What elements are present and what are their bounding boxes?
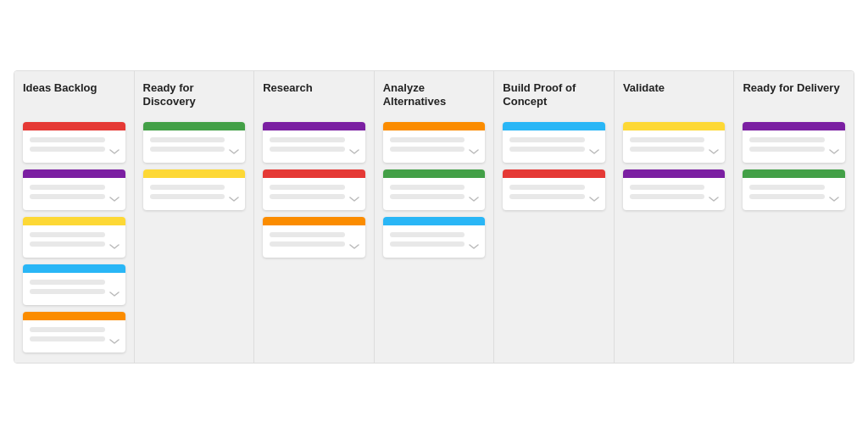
card[interactable] [623, 122, 726, 163]
expand-icon[interactable] [468, 146, 480, 158]
card[interactable] [23, 217, 125, 258]
card-line [390, 147, 465, 152]
card-line [30, 280, 105, 285]
card-line [509, 137, 585, 142]
cards-area-ideas-backlog [23, 122, 125, 353]
card-body [23, 225, 125, 258]
column-header-build-proof-of-concept: Build Proof of Concept [503, 81, 605, 112]
card-line [749, 194, 825, 199]
card[interactable] [23, 169, 125, 210]
column-ideas-backlog: Ideas Backlog [14, 71, 135, 363]
card-line [509, 185, 585, 190]
card[interactable] [383, 217, 486, 258]
expand-icon[interactable] [708, 146, 720, 158]
card-body [23, 130, 125, 163]
card-body [263, 178, 365, 210]
expand-icon[interactable] [348, 241, 360, 253]
card-color-bar [623, 169, 726, 178]
card-body [743, 130, 845, 163]
card-body [383, 225, 486, 258]
cards-area-research [263, 122, 365, 258]
card-line [270, 232, 345, 237]
card[interactable] [23, 264, 125, 305]
card-color-bar [383, 122, 486, 130]
expand-icon[interactable] [108, 288, 120, 300]
expand-icon[interactable] [228, 193, 240, 205]
card[interactable] [263, 217, 365, 258]
card-color-bar [503, 169, 605, 178]
expand-icon[interactable] [708, 193, 720, 205]
card-line [749, 137, 825, 142]
column-header-ready-for-delivery: Ready for Delivery [743, 81, 845, 112]
card-color-bar [383, 217, 486, 225]
card-line [30, 289, 105, 294]
expand-icon[interactable] [228, 146, 240, 158]
expand-icon[interactable] [828, 146, 840, 158]
card-body [503, 178, 605, 210]
card-line [390, 137, 465, 142]
cards-area-validate [623, 122, 726, 210]
card-line [509, 194, 585, 199]
cards-area-ready-for-delivery [743, 122, 845, 210]
card[interactable] [503, 122, 605, 163]
card-color-bar [23, 264, 125, 273]
card-line [30, 194, 105, 199]
expand-icon[interactable] [108, 193, 120, 205]
card[interactable] [383, 122, 486, 163]
expand-icon[interactable] [108, 336, 120, 347]
expand-icon[interactable] [468, 193, 480, 205]
expand-icon[interactable] [108, 241, 120, 253]
card[interactable] [143, 122, 246, 163]
card-line [749, 185, 825, 190]
card[interactable] [623, 169, 726, 210]
card-body [383, 130, 486, 163]
card[interactable] [263, 122, 365, 163]
expand-icon[interactable] [348, 146, 360, 158]
card-line [270, 147, 345, 152]
column-ready-for-discovery: Ready for Discovery [135, 71, 255, 363]
card[interactable] [263, 169, 365, 210]
card-line [30, 327, 105, 332]
cards-area-ready-for-discovery [143, 122, 246, 210]
card-color-bar [263, 217, 365, 225]
card-body [23, 178, 125, 210]
expand-icon[interactable] [588, 146, 600, 158]
card-line [30, 241, 105, 247]
card-line [390, 185, 465, 190]
card-body [143, 178, 246, 210]
kanban-board: Ideas Backlog Ready for Discovery Resear… [14, 70, 854, 364]
card-body [23, 273, 125, 305]
card-body [503, 130, 605, 163]
card-line [390, 241, 465, 247]
expand-icon[interactable] [828, 193, 840, 205]
card-line [150, 137, 225, 142]
card-line [30, 137, 105, 142]
card[interactable] [23, 122, 125, 163]
card-line [270, 185, 345, 190]
card-body [23, 320, 125, 353]
card[interactable] [143, 169, 246, 210]
card-body [623, 178, 726, 210]
card-line [150, 185, 225, 190]
card[interactable] [743, 122, 845, 163]
card[interactable] [23, 312, 125, 353]
expand-icon[interactable] [468, 241, 480, 253]
card-line [30, 232, 105, 237]
column-header-validate: Validate [623, 81, 726, 112]
card[interactable] [503, 169, 605, 210]
card-body [263, 130, 365, 163]
card-line [509, 147, 585, 152]
expand-icon[interactable] [108, 146, 120, 158]
column-analyze-alternatives: Analyze Alternatives [375, 71, 495, 363]
card-body [263, 225, 365, 258]
card-color-bar [383, 169, 486, 178]
card[interactable] [743, 169, 845, 210]
card-body [743, 178, 845, 210]
expand-icon[interactable] [348, 193, 360, 205]
expand-icon[interactable] [588, 193, 600, 205]
card[interactable] [383, 169, 486, 210]
card-color-bar [143, 122, 246, 130]
card-line [270, 194, 345, 199]
card-line [150, 147, 225, 152]
card-line [30, 147, 105, 152]
